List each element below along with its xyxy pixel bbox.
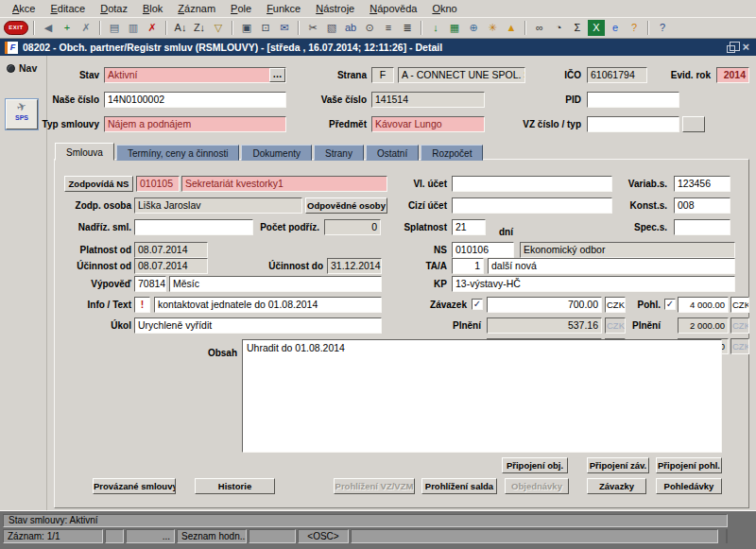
tab-strany[interactable]: Strany	[314, 145, 364, 161]
cut-icon[interactable]: ✂	[304, 20, 321, 36]
ns-label: NS	[376, 242, 447, 258]
stav-lov-button[interactable]: …	[269, 68, 285, 82]
filter-icon[interactable]: ▽	[210, 20, 227, 36]
search-icon[interactable]: ⊙	[361, 20, 378, 36]
duplicate-record-icon[interactable]: ▥	[125, 20, 142, 36]
help-icon[interactable]: ?	[626, 20, 643, 36]
close-window-icon[interactable]: ×	[742, 40, 749, 55]
warning-icon[interactable]: ▲	[503, 20, 520, 36]
vypoved-code-field[interactable]: 70814	[134, 276, 166, 292]
historie-button[interactable]: Historie	[195, 478, 275, 494]
menu-zaznam[interactable]: Záznam	[170, 0, 223, 17]
menu-funkce[interactable]: Funkce	[259, 0, 308, 17]
rename-icon[interactable]: ab	[342, 20, 359, 36]
announce-icon[interactable]: ◀	[40, 20, 57, 36]
menu-nastroje[interactable]: Nástroje	[308, 0, 362, 17]
zodpovida-ns-code-field[interactable]: 010105	[136, 176, 180, 192]
ta-a-code-field[interactable]: 1	[452, 258, 484, 274]
menu-blok[interactable]: Blok	[135, 0, 170, 17]
zavazek-checkbox[interactable]: ✓	[472, 299, 483, 310]
ns-code-field[interactable]: 010106	[452, 242, 514, 258]
cizi-ucet-field[interactable]	[452, 197, 612, 214]
excel-icon[interactable]: X	[588, 20, 605, 36]
zavazky-button[interactable]: Závazky	[587, 478, 646, 494]
zodpovida-ns-button[interactable]: Zodpovídá NS	[64, 176, 133, 192]
menu-editace[interactable]: Editace	[43, 0, 93, 17]
list-icon[interactable]: ≡	[380, 20, 397, 36]
glasses-icon[interactable]: ∞	[531, 20, 548, 36]
menu-okno[interactable]: Okno	[424, 0, 464, 17]
gauge-icon[interactable]: ◔	[550, 20, 567, 36]
ukol-field[interactable]: Urychleně vyřídit	[134, 317, 382, 334]
ta-a-field[interactable]: další nová	[488, 258, 735, 274]
menu-dotaz[interactable]: Dotaz	[93, 0, 135, 17]
sort-ascending-icon[interactable]: A↓	[172, 20, 189, 36]
restore-window-icon[interactable]	[727, 45, 735, 53]
pripojeni-obj-button[interactable]: Připojení obj.	[502, 457, 568, 473]
insert-record-icon[interactable]: +	[59, 20, 76, 36]
vypoved-field[interactable]: Měsíc	[169, 276, 382, 292]
print-icon[interactable]: ▣	[238, 20, 255, 36]
konst-s-field[interactable]: 008	[674, 197, 730, 214]
provazane-smlouvy-button[interactable]: Provázané smlouvy	[93, 478, 176, 494]
copy-record-icon[interactable]: ▤	[106, 20, 123, 36]
strana-field: A - CONNECT UNE SPOL. S R. O.	[398, 67, 525, 83]
nase-cislo-field[interactable]: 14N0100002	[104, 92, 286, 108]
splatnost-field[interactable]: 21	[452, 219, 486, 235]
info-text-field[interactable]: kontaktovat jednatele do 01.08.2014	[154, 297, 382, 313]
pohledavky-button[interactable]: Pohledávky	[656, 478, 722, 494]
ta-a-label: TA/A	[376, 258, 447, 274]
vz-typ-button[interactable]	[682, 116, 705, 132]
odpovedne-osoby-button[interactable]: Odpovědné osoby	[305, 197, 387, 214]
tab-terminy[interactable]: Termíny, ceny a činnosti	[116, 145, 240, 161]
predmet-field[interactable]: Kávovar Lungo	[371, 116, 485, 132]
evid-rok-field[interactable]: 2014	[716, 67, 749, 83]
zavazek-amount-field[interactable]: 700.00	[487, 297, 602, 313]
stav-field[interactable]: Aktivní	[104, 67, 286, 83]
delete-record-icon[interactable]: ✗	[144, 20, 161, 36]
typ-smlouvy-field[interactable]: Nájem a podnájem	[104, 116, 286, 132]
vl-ucet-field[interactable]	[452, 176, 612, 192]
pid-field[interactable]	[587, 92, 679, 108]
tab-ostatni[interactable]: Ostatní	[366, 145, 419, 161]
info-flag-field[interactable]: !	[134, 297, 150, 313]
toolbar-separator	[99, 21, 101, 35]
calculator-icon[interactable]: ▦	[446, 20, 463, 36]
paste-icon[interactable]: ▧	[323, 20, 340, 36]
spec-s-field[interactable]	[674, 219, 730, 235]
pripojeni-zav-button[interactable]: Připojení záv.	[587, 457, 649, 473]
status-cell-1	[105, 529, 124, 543]
kp-field[interactable]: 13-výstavy-HČ	[452, 276, 735, 292]
menu-napoveda[interactable]: Nápověda	[362, 0, 424, 17]
tab-smlouva[interactable]: Smlouva	[55, 143, 114, 161]
pohl-checkbox[interactable]: ✓	[664, 299, 676, 310]
gear-icon[interactable]: ✳	[484, 20, 501, 36]
prohlizeni-salda-button[interactable]: Prohlížení salda	[421, 478, 497, 494]
question-icon[interactable]: ?	[654, 20, 671, 36]
print-preview-icon[interactable]: ⊡	[257, 20, 274, 36]
tab-rozpocet[interactable]: Rozpočet	[421, 145, 483, 161]
sum-icon[interactable]: Σ	[569, 20, 586, 36]
menu-pole[interactable]: Pole	[223, 0, 259, 17]
obsah-textarea[interactable]: Uhradit do 01.08.2014	[242, 339, 722, 453]
tree-list-icon[interactable]: ≣	[399, 20, 416, 36]
vase-cislo-field: 141514	[371, 92, 485, 108]
vz-cislo-field[interactable]	[587, 116, 679, 132]
kp-label: KP	[376, 276, 447, 292]
pohl-currency-field[interactable]: CZK	[730, 297, 749, 313]
variab-s-field[interactable]: 123456	[674, 176, 730, 192]
zodpovida-ns-name-field[interactable]: Sekretariát kvestorky1	[181, 176, 387, 192]
cancel-record-icon[interactable]: ✗	[77, 20, 94, 36]
pohl-amount-field[interactable]: 4 000.00	[678, 297, 729, 313]
exit-button[interactable]: EXIT	[4, 21, 28, 35]
pripojeni-pohl-button[interactable]: Připojení pohl.	[656, 457, 722, 473]
sort-descending-icon[interactable]: Z↓	[191, 20, 208, 36]
tab-dokumenty[interactable]: Dokumenty	[241, 145, 312, 161]
window-titlebar: F 08202 - Obch. partner/Registr smluv (R…	[0, 39, 756, 56]
browser-icon[interactable]: e	[607, 20, 624, 36]
menu-akce[interactable]: Akce	[5, 0, 43, 17]
globe-icon[interactable]: ⊕	[465, 20, 482, 36]
mail-icon[interactable]: ✉	[276, 20, 293, 36]
nadriz-sml-field[interactable]	[134, 219, 253, 235]
import-icon[interactable]: ↓	[427, 20, 444, 36]
